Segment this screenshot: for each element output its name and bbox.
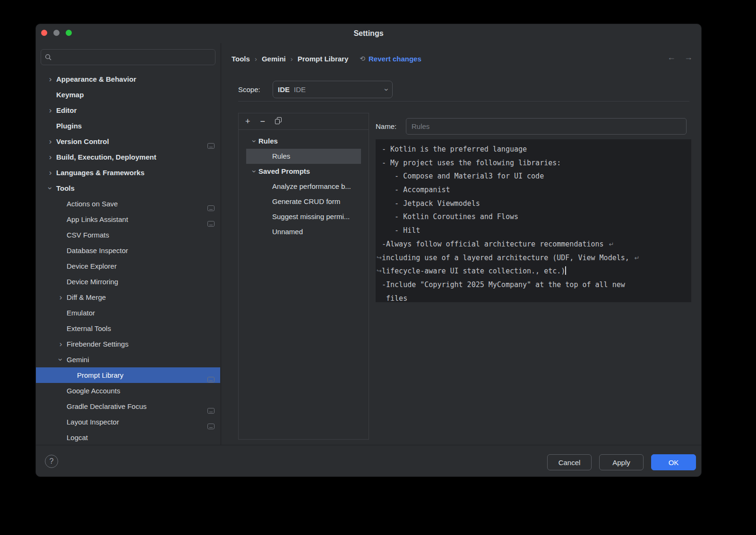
sidebar-item-logcat[interactable]: Logcat	[36, 430, 220, 445]
prompt-group-rules[interactable]: ›Rules	[246, 134, 361, 149]
titlebar: Settings	[36, 24, 701, 43]
prompt-item-analyze-performance-b[interactable]: Analyze performance b...	[246, 179, 361, 194]
editor-line: -Always follow official architecture rec…	[382, 238, 691, 251]
sidebar-item-label: Gradle Declarative Focus	[67, 402, 146, 410]
sidebar-item-diff-merge[interactable]: ›Diff & Merge	[36, 289, 220, 305]
prompt-name-input[interactable]	[406, 118, 687, 135]
revert-icon: ⟲	[360, 55, 365, 62]
editor-line: ↪including use of a layered architecture…	[382, 251, 691, 265]
chevron-down-icon[interactable]: ›	[247, 167, 262, 176]
editor-line: - Kotlin is the preferred language	[382, 143, 691, 156]
chevron-right-icon[interactable]: ›	[55, 336, 67, 352]
name-row: Name:	[376, 118, 687, 135]
chevron-right-icon[interactable]: ›	[44, 149, 56, 165]
settings-search-field[interactable]	[41, 49, 215, 65]
editor-text: -Always follow official architecture rec…	[382, 240, 608, 248]
settings-content: Tools › Gemini › Prompt Library ⟲ Revert…	[222, 43, 701, 445]
chevron-down-icon[interactable]: ›	[43, 182, 58, 194]
scope-row: Scope: IDE IDE ›	[238, 81, 393, 98]
sidebar-item-tools[interactable]: ›Tools	[36, 180, 220, 196]
sidebar-item-database-inspector[interactable]: Database Inspector	[36, 243, 220, 258]
sidebar-item-label: Google Accounts	[67, 387, 120, 395]
cancel-button[interactable]: Cancel	[547, 454, 592, 470]
sidebar-item-build-execution-deployment[interactable]: ›Build, Execution, Deployment	[36, 149, 220, 165]
copy-prompt-icon[interactable]	[275, 117, 282, 126]
sidebar-item-csv-formats[interactable]: CSV Formats	[36, 227, 220, 243]
sidebar-item-label: Appearance & Behavior	[56, 75, 136, 83]
sidebar-item-label: Device Mirroring	[67, 278, 118, 286]
sidebar-item-version-control[interactable]: ›Version Control	[36, 134, 220, 149]
breadcrumb-separator-icon: ›	[291, 55, 293, 63]
window-title: Settings	[36, 24, 701, 43]
search-icon	[45, 54, 52, 61]
prompt-text-editor[interactable]: - Kotlin is the preferred language- My p…	[376, 139, 691, 302]
sidebar-item-label: Build, Execution, Deployment	[56, 153, 156, 161]
sidebar-item-label: Actions on Save	[67, 200, 118, 208]
sidebar-item-device-mirroring[interactable]: Device Mirroring	[36, 274, 220, 289]
chevron-right-icon[interactable]: ›	[44, 165, 56, 180]
sidebar-item-google-accounts[interactable]: Google Accounts	[36, 383, 220, 399]
editor-text: lifecycle-aware UI state collection., et…	[382, 267, 565, 275]
footer-bar: ? Cancel Apply OK	[36, 445, 701, 476]
help-button[interactable]: ?	[45, 455, 58, 468]
sidebar-item-label: Diff & Merge	[67, 293, 106, 301]
sidebar-item-firebender-settings[interactable]: ›Firebender Settings	[36, 336, 220, 352]
sidebar-item-label: Logcat	[67, 433, 88, 442]
chevron-right-icon[interactable]: ›	[44, 102, 56, 118]
sidebar-item-editor[interactable]: ›Editor	[36, 102, 220, 118]
sidebar-item-actions-on-save[interactable]: Actions on Save	[36, 196, 220, 212]
back-arrow-icon[interactable]: ←	[667, 52, 676, 62]
sidebar-item-label: Database Inspector	[67, 246, 128, 255]
add-prompt-icon[interactable]: +	[245, 117, 250, 126]
revert-changes[interactable]: ⟲ Revert changes	[360, 55, 421, 63]
search-input[interactable]	[55, 53, 211, 62]
sidebar-item-label: CSV Formats	[67, 231, 109, 239]
revert-changes-link[interactable]: Revert changes	[369, 55, 421, 63]
prompt-item-label: Unnamed	[272, 228, 303, 236]
editor-text: - Compose and Material3 for UI code	[382, 172, 544, 180]
prompt-item-label: Saved Prompts	[258, 167, 310, 175]
prompt-toolbar: + −	[239, 113, 369, 130]
sidebar-item-layout-inspector[interactable]: Layout Inspector	[36, 414, 220, 430]
sidebar-item-label: External Tools	[67, 324, 111, 332]
sidebar-item-gradle-declarative-focus[interactable]: Gradle Declarative Focus	[36, 399, 220, 414]
editor-line: - My project uses the following librarie…	[382, 156, 691, 170]
chevron-down-icon[interactable]: ›	[247, 137, 262, 146]
sidebar-item-appearance-behavior[interactable]: ›Appearance & Behavior	[36, 71, 220, 87]
chevron-down-icon[interactable]: ›	[53, 354, 69, 365]
sidebar-item-label: Emulator	[67, 309, 95, 317]
breadcrumb: Tools › Gemini › Prompt Library ⟲ Revert…	[232, 51, 421, 66]
sidebar-item-emulator[interactable]: Emulator	[36, 305, 220, 321]
settings-tree: ›Appearance & BehaviorKeymap›EditorPlugi…	[36, 71, 220, 445]
prompt-item-label: Rules	[272, 152, 290, 160]
editor-text: including use of a layered architecture …	[382, 254, 634, 262]
ok-button[interactable]: OK	[651, 454, 696, 470]
scope-dropdown[interactable]: IDE IDE ›	[273, 81, 393, 98]
sidebar-item-languages-frameworks[interactable]: ›Languages & Frameworks	[36, 165, 220, 180]
editor-line: - Compose and Material3 for UI code	[382, 170, 691, 183]
remove-prompt-icon[interactable]: −	[260, 117, 266, 126]
sidebar-item-gemini[interactable]: ›Gemini	[36, 352, 220, 367]
sidebar-item-device-explorer[interactable]: Device Explorer	[36, 258, 220, 274]
chevron-right-icon[interactable]: ›	[44, 71, 56, 87]
breadcrumb-tools[interactable]: Tools	[232, 55, 250, 63]
forward-arrow-icon[interactable]: →	[684, 52, 693, 62]
sidebar-item-prompt-library[interactable]: Prompt Library	[36, 367, 220, 383]
sidebar-item-keymap[interactable]: Keymap	[36, 87, 220, 102]
breadcrumb-gemini[interactable]: Gemini	[262, 55, 286, 63]
editor-line: - Hilt	[382, 224, 691, 238]
sidebar-item-label: Version Control	[56, 137, 109, 145]
sidebar-item-label: Languages & Frameworks	[56, 169, 145, 177]
sidebar-item-plugins[interactable]: Plugins	[36, 118, 220, 134]
chevron-right-icon[interactable]: ›	[44, 134, 56, 149]
prompt-group-saved-prompts[interactable]: ›Saved Prompts	[246, 164, 361, 179]
chevron-right-icon[interactable]: ›	[55, 289, 67, 305]
sidebar-item-label: Prompt Library	[77, 371, 123, 379]
prompt-item-generate-crud-form[interactable]: Generate CRUD form	[246, 194, 361, 209]
sidebar-item-app-links-assistant[interactable]: App Links Assistant	[36, 212, 220, 227]
prompt-item-suggest-missing-permi[interactable]: Suggest missing permi...	[246, 209, 361, 224]
apply-button[interactable]: Apply	[599, 454, 644, 470]
prompt-item-rules[interactable]: Rules	[246, 149, 361, 164]
sidebar-item-external-tools[interactable]: External Tools	[36, 321, 220, 336]
prompt-item-unnamed[interactable]: Unnamed	[246, 224, 361, 239]
